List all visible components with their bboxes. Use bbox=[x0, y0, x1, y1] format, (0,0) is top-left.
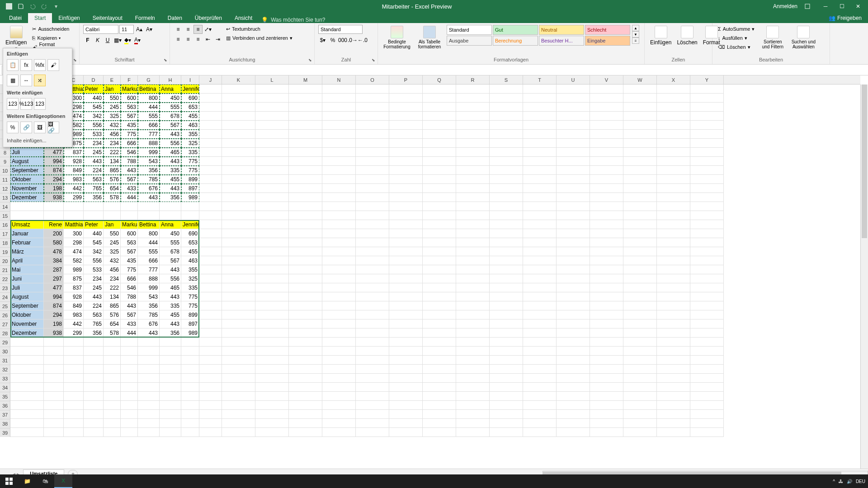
maximize-button[interactable]: ☐ bbox=[834, 0, 850, 13]
row-header-33[interactable]: 33 bbox=[0, 374, 10, 383]
row-header-35[interactable]: 35 bbox=[0, 392, 10, 401]
thousands-icon[interactable]: 000 bbox=[338, 36, 347, 45]
tab-view[interactable]: Ansicht bbox=[228, 13, 259, 23]
cond-format-button[interactable]: Bedingte Formatierung bbox=[382, 25, 412, 50]
tab-data[interactable]: Daten bbox=[161, 13, 189, 23]
paste-values-num-icon[interactable]: %123 bbox=[20, 98, 32, 110]
row-header-11[interactable]: 11 bbox=[0, 175, 10, 184]
network-icon[interactable]: 🖧 bbox=[839, 479, 843, 484]
indent-inc-icon[interactable]: ⇥ bbox=[213, 35, 222, 44]
increase-font-icon[interactable]: A▴ bbox=[135, 25, 144, 34]
font-size-combo[interactable] bbox=[119, 25, 134, 34]
row-header-14[interactable]: 14 bbox=[0, 202, 10, 211]
tab-insert[interactable]: Einfügen bbox=[52, 13, 86, 23]
row-header-16[interactable]: 16 bbox=[0, 220, 10, 229]
align-middle-icon[interactable]: ≡ bbox=[184, 25, 193, 34]
borders-button[interactable]: ▦▾ bbox=[113, 36, 122, 45]
row-header-36[interactable]: 36 bbox=[0, 401, 10, 410]
style-eingabe[interactable]: Eingabe bbox=[585, 36, 630, 46]
tab-layout[interactable]: Seitenlayout bbox=[86, 13, 129, 23]
paste-keep-source-icon[interactable]: 🖌 bbox=[47, 59, 59, 71]
column-headers[interactable]: CDEFGHIJKLMNOPQRSTUVWXY bbox=[10, 75, 860, 84]
paste-transpose-icon[interactable]: ⤮ bbox=[34, 75, 46, 86]
bold-button[interactable]: F bbox=[83, 36, 92, 45]
alignment-launcher[interactable]: ⬊ bbox=[307, 57, 313, 63]
sheet-grid[interactable]: CDEFGHIJKLMNOPQRSTUVWXY 7891011121314151… bbox=[0, 75, 868, 469]
delete-cells-button[interactable]: Löschen bbox=[675, 25, 699, 47]
row-header-28[interactable]: 28 bbox=[0, 328, 10, 338]
currency-icon[interactable]: $▾ bbox=[318, 36, 327, 45]
row-header-19[interactable]: 19 bbox=[0, 247, 10, 256]
row-header-23[interactable]: 23 bbox=[0, 283, 10, 292]
paste-picture-icon[interactable]: 🖼 bbox=[34, 122, 46, 133]
align-center-icon[interactable]: ≡ bbox=[184, 35, 193, 44]
store-icon[interactable]: 🛍 bbox=[36, 474, 54, 488]
find-select-button[interactable]: Suchen und Auswählen bbox=[789, 25, 818, 50]
redo-icon[interactable] bbox=[40, 2, 49, 11]
minimize-button[interactable]: ─ bbox=[817, 0, 834, 13]
row-header-26[interactable]: 26 bbox=[0, 310, 10, 319]
align-bottom-icon[interactable]: ≡ bbox=[193, 25, 203, 34]
close-button[interactable]: ✕ bbox=[850, 0, 866, 13]
system-tray[interactable]: ^ 🖧 🔊 DEU bbox=[833, 479, 868, 484]
tab-review[interactable]: Überprüfen bbox=[189, 13, 228, 23]
underline-button[interactable]: U bbox=[103, 36, 112, 45]
paste-formulas-num-icon[interactable]: %fx bbox=[34, 59, 46, 71]
font-name-combo[interactable] bbox=[83, 25, 118, 34]
row-header-25[interactable]: 25 bbox=[0, 301, 10, 310]
style-besuchter h...[interactable]: Besuchter H... bbox=[539, 36, 584, 46]
row-header-12[interactable]: 12 bbox=[0, 184, 10, 193]
row-header-10[interactable]: 10 bbox=[0, 166, 10, 175]
save-icon[interactable] bbox=[16, 2, 25, 11]
share-button[interactable]: 👥 Freigeben bbox=[822, 13, 868, 23]
italic-button[interactable]: K bbox=[93, 36, 102, 45]
tab-home[interactable]: Start bbox=[28, 13, 52, 23]
style-ausgabe[interactable]: Ausgabe bbox=[447, 36, 492, 46]
autosum-button[interactable]: ΣAutoSumme▾ bbox=[716, 25, 756, 33]
volume-icon[interactable]: 🔊 bbox=[847, 479, 852, 484]
language-icon[interactable]: DEU bbox=[856, 479, 865, 484]
paste-no-borders-icon[interactable]: ▦ bbox=[7, 75, 19, 86]
style-standard[interactable]: Standard bbox=[447, 25, 492, 35]
insert-cells-button[interactable]: Einfügen bbox=[648, 25, 673, 47]
paste-special-item[interactable]: Inhalte einfügen... bbox=[5, 136, 70, 145]
paste-link-icon[interactable]: 🔗 bbox=[20, 122, 32, 133]
paste-values-icon[interactable]: 123 bbox=[7, 98, 19, 110]
row-header-20[interactable]: 20 bbox=[0, 256, 10, 265]
vscroll-thumb[interactable] bbox=[862, 84, 867, 238]
font-launcher[interactable]: ⬊ bbox=[162, 57, 169, 63]
row-header-18[interactable]: 18 bbox=[0, 238, 10, 247]
row-header-9[interactable]: 9 bbox=[0, 157, 10, 166]
format-table-button[interactable]: Als Tabelle formatieren bbox=[414, 25, 445, 50]
style-neutral[interactable]: Neutral bbox=[539, 25, 584, 35]
paste-keep-width-icon[interactable]: ↔ bbox=[20, 75, 32, 86]
start-button[interactable] bbox=[0, 474, 18, 488]
clear-button[interactable]: ⌫Löschen▾ bbox=[716, 43, 756, 51]
row-header-13[interactable]: 13 bbox=[0, 193, 10, 202]
paste-linked-pic-icon[interactable]: 🖼🔗 bbox=[47, 122, 59, 133]
fill-color-button[interactable]: ◆▾ bbox=[123, 36, 132, 45]
grid-cells[interactable]: MatthiasPeterJanMarkusBettinaAnnaJennife… bbox=[10, 84, 860, 469]
tab-file[interactable]: Datei bbox=[3, 13, 28, 23]
ribbon-display-icon[interactable] bbox=[803, 2, 812, 11]
indent-dec-icon[interactable]: ⇤ bbox=[203, 35, 212, 44]
fill-button[interactable]: ↓Ausfüllen▾ bbox=[716, 34, 756, 42]
paste-formulas-icon[interactable]: fx bbox=[20, 59, 32, 71]
qat-customize-icon[interactable]: ▾ bbox=[52, 2, 61, 11]
row-header-17[interactable]: 17 bbox=[0, 229, 10, 238]
clipboard-launcher[interactable]: ⬊ bbox=[72, 57, 78, 63]
formula-input[interactable] bbox=[57, 66, 868, 75]
paste-formatting-icon[interactable]: % bbox=[7, 122, 19, 133]
row-header-37[interactable]: 37 bbox=[0, 410, 10, 419]
paste-values-src-icon[interactable]: 123 bbox=[34, 98, 46, 110]
vertical-scrollbar[interactable] bbox=[860, 84, 868, 469]
row-header-32[interactable]: 32 bbox=[0, 365, 10, 374]
inc-decimal-icon[interactable]: .0→ bbox=[348, 36, 357, 45]
style-gut[interactable]: Gut bbox=[493, 25, 538, 35]
font-color-button[interactable]: A▾ bbox=[133, 36, 142, 45]
row-header-8[interactable]: 8 bbox=[0, 148, 10, 157]
cell-styles-gallery[interactable]: StandardGutNeutralSchlechtAusgabeBerechn… bbox=[447, 25, 630, 46]
row-header-15[interactable]: 15 bbox=[0, 211, 10, 220]
row-header-31[interactable]: 31 bbox=[0, 356, 10, 365]
row-header-34[interactable]: 34 bbox=[0, 383, 10, 392]
